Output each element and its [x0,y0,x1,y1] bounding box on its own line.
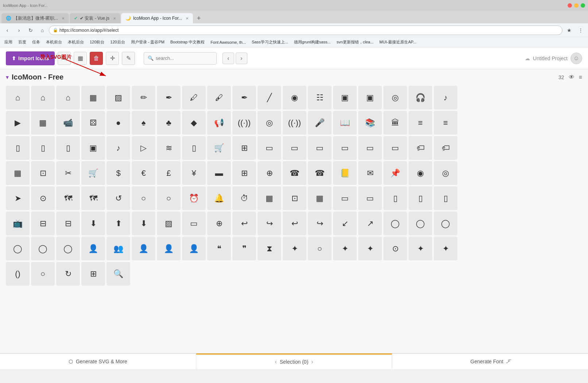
icon-cell[interactable]: ✦ [333,237,357,260]
icon-cell[interactable]: ▭ [308,136,332,160]
icon-cell[interactable]: ⊟ [56,212,80,235]
forward-btn[interactable]: › [14,25,24,35]
icon-cell[interactable]: 📚 [358,111,382,135]
search-box[interactable]: 🔍 [144,52,217,65]
icon-cell[interactable]: ▦ [31,111,55,135]
eye-icon[interactable]: 👁 [569,74,575,81]
prev-selection-btn[interactable]: ‹ [275,359,276,365]
selection-section[interactable]: ‹ Selection (0) › [196,353,392,369]
icon-cell[interactable]: ⊕ [207,212,231,235]
icon-cell[interactable]: ⏱ [232,186,256,210]
icon-cell[interactable]: ▭ [383,136,407,160]
icon-cell[interactable]: ◯ [31,237,55,260]
icon-cell[interactable]: 🏛 [383,111,407,135]
bookmark-grunt[interactable]: 德用grunt构建sass... [293,39,332,46]
icon-cell[interactable]: ((·)) [283,111,306,135]
icon-cell[interactable]: ▣ [81,136,105,160]
search-input[interactable] [156,55,214,61]
icon-cell[interactable]: ▭ [333,186,357,210]
edit-btn[interactable]: ✎ [122,52,135,65]
icon-cell[interactable]: 🖋 [207,86,231,109]
bookmark-baidu[interactable]: 百度 [17,39,28,46]
icon-cell[interactable]: ✉ [358,161,382,185]
icon-cell[interactable]: 🛒 [207,136,231,160]
icon-cell[interactable]: ▯ [56,136,80,160]
icon-cell[interactable]: 👤 [182,237,206,260]
bookmark-bj1[interactable]: 本机前台 [45,39,63,46]
icon-cell[interactable]: ✒ [157,86,181,109]
bookmark-tasks[interactable]: 任务 [31,39,42,46]
icon-cell[interactable]: ✏ [132,86,155,109]
tab-close-icomoon[interactable]: ✕ [186,16,189,20]
icon-cell[interactable]: ≡ [409,111,432,135]
icon-cell[interactable]: ▭ [182,212,206,235]
icon-cell[interactable]: ▯ [409,186,432,210]
icon-cell[interactable]: 🗺 [81,186,105,210]
icon-cell[interactable]: ❞ [232,237,256,260]
icon-cell[interactable]: ♪ [434,86,457,109]
icon-cell[interactable]: ¥ [182,161,206,185]
maximize-btn[interactable] [581,3,585,8]
icon-cell[interactable]: ≋ [157,136,181,160]
icon-cell[interactable]: 👤 [81,237,105,260]
icon-cell[interactable]: ▦ [6,161,30,185]
icon-cell[interactable]: ⊞ [232,161,256,185]
bookmark-sass[interactable]: Sass学习之快速上... [250,39,290,46]
icon-cell[interactable]: ▣ [358,86,382,109]
tab-close-vue[interactable]: ✕ [113,16,116,20]
tab-icomoon[interactable]: 🌙 IcoMoon App - Icon For... ✕ [121,13,193,23]
icon-cell[interactable]: 🏷 [409,136,432,160]
icon-cell[interactable]: ⊞ [232,136,256,160]
icon-cell[interactable]: 👤 [157,237,181,260]
next-btn[interactable]: › [236,53,247,64]
move-btn[interactable]: ✛ [106,52,119,65]
prev-btn[interactable]: ‹ [223,53,234,64]
back-btn[interactable]: ‹ [2,25,12,35]
icon-cell[interactable]: ◯ [383,212,407,235]
icon-cell[interactable]: ↩ [283,212,306,235]
icon-cell[interactable]: ▯ [434,186,457,210]
icon-cell[interactable]: ↗ [358,212,382,235]
icon-cell[interactable]: ☎ [308,161,332,185]
icon-cell[interactable]: ○ [31,262,55,286]
icon-cell[interactable]: ⏰ [182,186,206,210]
reload-btn[interactable]: ↻ [26,25,36,35]
icon-cell[interactable]: 📌 [383,161,407,185]
icon-cell[interactable]: ▭ [333,136,357,160]
icon-cell[interactable]: ❝ [207,237,231,260]
icon-cell[interactable]: ○ [132,186,155,210]
icon-cell[interactable]: ▬ [207,161,231,185]
icon-cell[interactable]: ○ [308,237,332,260]
icon-cell[interactable]: ⌂ [31,86,55,109]
icon-cell[interactable]: 👤 [132,237,155,260]
icon-cell[interactable]: 📢 [207,111,231,135]
icon-cell[interactable]: ⊟ [31,212,55,235]
home-btn[interactable]: ⌂ [37,25,47,35]
bookmark-120qt[interactable]: 120前台 [88,39,106,46]
icon-cell[interactable]: ◎ [258,111,281,135]
icon-cell[interactable]: ⊕ [258,161,281,185]
icon-cell[interactable]: 🏷 [434,136,457,160]
icon-cell[interactable]: ⊡ [31,161,55,185]
icon-cell[interactable]: 👥 [107,237,130,260]
bookmark-apps[interactable]: 应用 [3,39,14,46]
delete-btn[interactable]: 🗑 [90,52,103,65]
icon-cell[interactable]: ⊙ [383,237,407,260]
icon-cell[interactable]: ▭ [358,186,382,210]
icon-cell[interactable]: 🗺 [56,186,80,210]
icon-cell[interactable]: 🎧 [409,86,432,109]
icon-cell[interactable]: ▨ [107,86,130,109]
icon-cell[interactable]: 🖊 [182,86,206,109]
select-all-btn[interactable]: ▦ [74,52,87,65]
icon-set-toggle[interactable]: ▾ [6,74,9,81]
bookmark-fontawesome[interactable]: Font Awesome, th... [209,39,247,45]
icon-cell[interactable]: ▭ [283,136,306,160]
icon-cell[interactable]: € [132,161,155,185]
icon-cell[interactable]: ➤ [6,186,30,210]
icon-cell[interactable]: ╱ [258,86,281,109]
icon-cell[interactable]: ⌂ [56,86,80,109]
icon-cell[interactable]: ⊙ [31,186,55,210]
icon-cell[interactable]: ♣ [157,111,181,135]
icon-cell[interactable]: ⧗ [258,237,281,260]
icon-cell[interactable]: ⚄ [81,111,105,135]
